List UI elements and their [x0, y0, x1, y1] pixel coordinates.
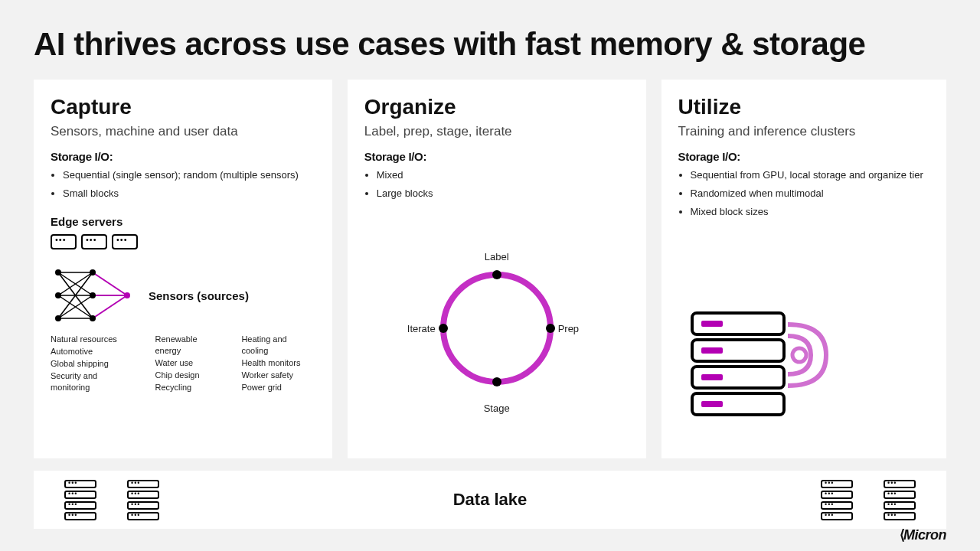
storage-stack-icon	[821, 480, 853, 520]
organize-title: Organize	[364, 95, 629, 119]
bullet: Randomized when multimodal	[691, 186, 929, 201]
datalake-label: Data lake	[453, 490, 528, 510]
source-item: Natural resources	[51, 334, 139, 345]
svg-point-21	[546, 324, 555, 333]
utilize-title: Utilize	[678, 95, 929, 119]
source-item: Power grid	[241, 382, 315, 393]
cluster-icon	[684, 309, 853, 424]
server-icon	[112, 234, 138, 249]
source-item: Security and monitoring	[51, 370, 139, 393]
svg-point-16	[90, 292, 96, 298]
storage-stack-icon	[884, 480, 916, 520]
source-item: Water use	[155, 357, 225, 369]
edge-servers-icons	[51, 234, 315, 249]
utilize-card: Utilize Training and inference clusters …	[662, 80, 946, 458]
svg-rect-29	[701, 321, 723, 327]
source-item: Recycling	[155, 382, 225, 393]
storage-stack-icon	[127, 480, 159, 520]
source-item: Health monitors	[241, 357, 315, 369]
source-item: Global shipping	[51, 358, 139, 370]
svg-point-17	[90, 315, 96, 321]
bullet: Small blocks	[63, 186, 315, 201]
bullet: Mixed	[377, 168, 629, 183]
svg-point-23	[439, 324, 448, 333]
cycle-label-bottom: Stage	[484, 403, 510, 414]
cycle-diagram: Label Prep Stage Iterate	[397, 256, 596, 401]
source-item: Renewable energy	[155, 334, 225, 357]
storage-stack-icon	[64, 480, 96, 520]
slide-title: AI thrives across use cases with fast me…	[34, 26, 946, 63]
capture-card: Capture Sensors, machine and user data S…	[34, 80, 332, 458]
edge-servers-label: Edge servers	[51, 215, 315, 228]
datalake-icons-left	[64, 480, 159, 520]
server-icon	[51, 234, 77, 249]
cycle-label-top: Label	[485, 251, 509, 262]
server-icon	[81, 234, 107, 249]
svg-rect-30	[701, 347, 723, 354]
sources-col: Natural resources Automotive Global ship…	[51, 334, 139, 393]
svg-rect-32	[701, 401, 723, 407]
svg-point-13	[55, 292, 61, 298]
organize-subtitle: Label, prep, stage, iterate	[364, 124, 629, 139]
capture-title: Capture	[51, 95, 315, 119]
bullet: Large blocks	[377, 186, 629, 201]
capture-io-label: Storage I/O:	[51, 150, 315, 163]
neural-net-icon	[51, 265, 135, 326]
svg-line-11	[93, 295, 127, 318]
svg-point-15	[90, 269, 96, 276]
columns-container: Capture Sensors, machine and user data S…	[34, 80, 946, 458]
source-item: Automotive	[51, 346, 139, 357]
utilize-bullets: Sequential from GPU, local storage and o…	[678, 168, 929, 220]
bullet: Sequential from GPU, local storage and o…	[691, 168, 929, 183]
svg-point-18	[124, 292, 130, 298]
capture-subtitle: Sensors, machine and user data	[51, 124, 315, 139]
datalake-icons-right	[821, 480, 916, 520]
svg-point-19	[443, 275, 550, 382]
organize-io-label: Storage I/O:	[364, 150, 629, 163]
organize-bullets: Mixed Large blocks	[364, 168, 629, 201]
source-item: Heating and cooling	[241, 334, 315, 357]
svg-point-12	[55, 269, 61, 276]
source-item: Worker safety	[241, 370, 315, 381]
bullet: Sequential (single sensor); random (mult…	[63, 168, 315, 183]
utilize-io-label: Storage I/O:	[678, 150, 929, 163]
bullet: Mixed block sizes	[691, 204, 929, 220]
organize-card: Organize Label, prep, stage, iterate Sto…	[348, 80, 646, 458]
svg-line-9	[93, 272, 127, 295]
utilize-subtitle: Training and inference clusters	[678, 124, 929, 139]
svg-point-24	[792, 348, 806, 362]
svg-point-14	[55, 315, 61, 321]
source-item: Chip design	[155, 370, 225, 381]
capture-bullets: Sequential (single sensor); random (mult…	[51, 168, 315, 201]
slide: AI thrives across use cases with fast me…	[0, 0, 980, 551]
sensors-label: Sensors (sources)	[149, 289, 249, 302]
sources-col: Heating and cooling Health monitors Work…	[241, 334, 315, 393]
datalake-bar: Data lake	[34, 471, 946, 529]
svg-point-22	[492, 377, 501, 386]
cycle-label-left: Iterate	[407, 323, 436, 334]
sensors-row: Sensors (sources)	[51, 265, 315, 326]
brand-logo: Micron	[900, 527, 946, 543]
svg-rect-31	[701, 374, 723, 380]
svg-point-20	[492, 270, 501, 279]
sources-col: Renewable energy Water use Chip design R…	[155, 334, 225, 393]
cycle-label-right: Prep	[558, 323, 579, 334]
sources-columns: Natural resources Automotive Global ship…	[51, 334, 315, 393]
